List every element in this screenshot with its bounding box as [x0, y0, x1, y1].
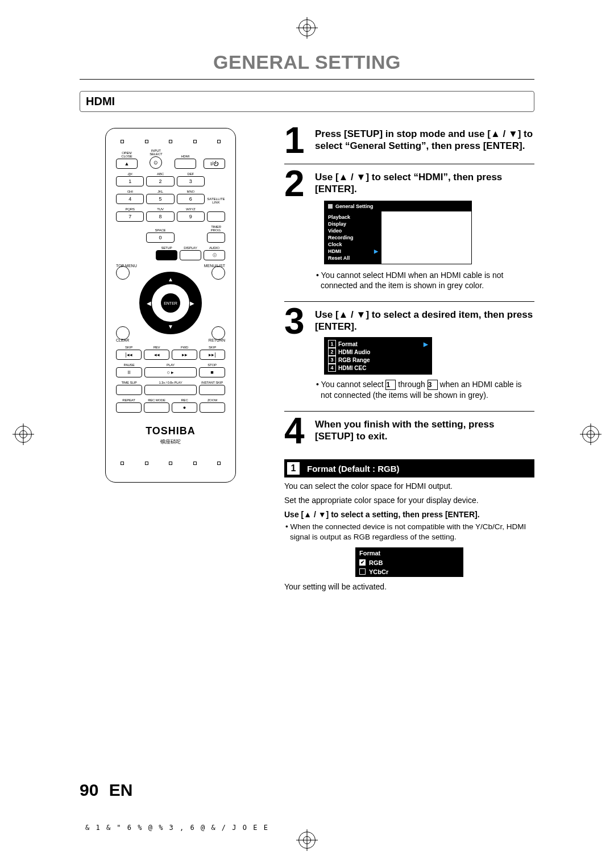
detail-bullet: When the connected device is not compati… — [284, 522, 534, 542]
osd-format-options: Format ✔RGB YCbCr — [355, 547, 463, 577]
print-registration-bottom — [298, 832, 316, 849]
osd-general-setting: General Setting Playback Display Video R… — [324, 201, 472, 264]
step-2-text: Use [▲ / ▼] to select “HDMI”, then press… — [315, 171, 534, 196]
print-registration-top — [298, 19, 316, 36]
step-1: 1 Press [SETUP] in stop mode and use [▲ … — [284, 128, 534, 153]
detail-format-heading: 1 Format (Default : RGB) — [284, 459, 534, 477]
print-registration-left — [15, 426, 32, 443]
title-rule — [80, 79, 534, 80]
remote-control-diagram: OPEN/ CLOSE▲ INPUT SELECT⊙ HDMI I/⏻ .@/:… — [105, 128, 236, 592]
page-lang: EN — [109, 780, 133, 799]
remote-brand-sub: 锇痖硝咜 — [116, 438, 225, 446]
remote-row-top: OPEN/ CLOSE▲ INPUT SELECT⊙ HDMI I/⏻ — [116, 149, 225, 169]
step-3: 3 Use [▲ / ▼] to select a desired item, … — [284, 309, 534, 401]
step-2: 2 Use [▲ / ▼] to select “HDMI”, then pre… — [284, 171, 534, 291]
page-title: GENERAL SETTING — [80, 51, 534, 77]
step-1-text: Press [SETUP] in stop mode and use [▲ / … — [315, 128, 534, 152]
detail-p1: You can select the color space for HDMI … — [284, 481, 534, 492]
print-code: & 1 & " 6 % @ % 3 , 6 @ & / J O E E — [85, 824, 269, 832]
remote-dpad: TOP MENU MENU/LIST CLEAR RETURN ENTER ▲ … — [116, 266, 225, 340]
step-3-text: Use [▲ / ▼] to select a desired item, th… — [315, 309, 534, 333]
step-4-text: When you finish with the setting, press … — [315, 418, 534, 443]
section-heading-hdmi: HDMI — [80, 91, 534, 112]
detail-p2: Set the appropriate color space for your… — [284, 495, 534, 506]
osd-hdmi-items: 1Format▶ 2HDMI Audio 3RGB Range 4HDMI CE… — [324, 337, 432, 375]
remote-brand: TOSHIBA — [116, 425, 225, 437]
page-number: 90 — [80, 780, 98, 799]
step-3-note: You cannot select 1 through 3 when an HD… — [315, 379, 534, 400]
detail-closing: Your setting will be activated. — [284, 582, 534, 592]
step-4: 4 When you finish with the setting, pres… — [284, 418, 534, 444]
print-registration-right — [582, 426, 599, 443]
detail-instruction: Use [▲ / ▼] to select a setting, then pr… — [284, 509, 534, 520]
step-2-note: You cannot select HDMI when an HDMI cabl… — [315, 270, 534, 290]
page-footer: 90 EN — [80, 780, 132, 800]
